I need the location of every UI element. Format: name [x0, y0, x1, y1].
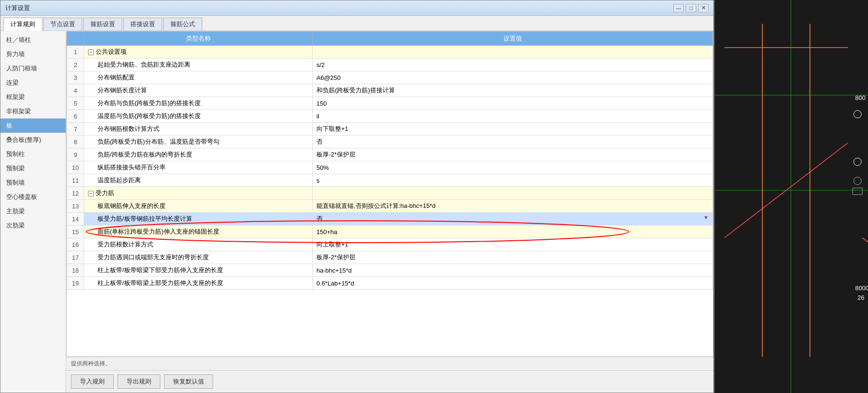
row-value: 和负筋(跨板受力筋)搭接计算 — [313, 84, 713, 97]
table-row: 13板底钢筋伸入支座的长度能直锚就直锚,否则按公式计算:ha-bhc+15*d — [67, 200, 713, 213]
row-value: 150 — [313, 97, 713, 110]
row-name: 分布钢筋配置 — [84, 71, 313, 84]
sidebar: 柱／墙柱 剪力墙 人防门框墙 连梁 框架梁 非框架梁 板 叠合板(整厚) 预制柱… — [0, 31, 66, 393]
import-button[interactable]: 导入规则 — [71, 374, 114, 389]
col-value-header: 设置值 — [313, 32, 713, 46]
sidebar-item-main-beam[interactable]: 主肋梁 — [0, 204, 66, 218]
row-value: A6@250 — [313, 71, 713, 84]
table-row: 17受力筋遇洞口或端部无支座时的弯折长度板厚-2*保护层 — [67, 251, 713, 264]
row-value: 向下取整+1 — [313, 123, 713, 136]
row-value: ll — [313, 110, 713, 123]
tab-stirrup-settings[interactable]: 箍筋设置 — [83, 18, 122, 30]
svg-text:26: 26 — [858, 294, 864, 301]
tab-stirrup-formula[interactable]: 箍筋公式 — [163, 18, 202, 30]
close-button[interactable]: ✕ — [698, 4, 709, 12]
row-number: 8 — [67, 136, 84, 148]
svg-point-7 — [854, 158, 861, 166]
sidebar-item-coupling-beam[interactable]: 连梁 — [0, 76, 66, 90]
row-number: 3 — [67, 71, 84, 84]
sidebar-item-col-wall[interactable]: 柱／墙柱 — [0, 33, 66, 47]
maximize-button[interactable]: □ — [686, 4, 696, 12]
table-row: 15面筋(单标注跨板受力筋)伸入支座的锚固长度150+ha — [67, 226, 713, 238]
row-name: 负筋/跨板受力筋在板内的弯折长度 — [84, 148, 313, 161]
table-row: 18柱上板带/板带暗梁下部受力筋伸入支座的长度ha-bhc+15*d — [67, 264, 713, 277]
row-number: 19 — [67, 277, 84, 290]
sidebar-item-precast-beam[interactable]: 预制梁 — [0, 161, 66, 176]
tab-bar: 计算规则 节点设置 箍筋设置 搭接设置 箍筋公式 — [0, 16, 713, 31]
table-row: 9负筋/跨板受力筋在板内的弯折长度板厚-2*保护层 — [67, 148, 713, 161]
row-name: 起始受力钢筋、负筋距支座边距离 — [84, 59, 313, 71]
sidebar-item-secondary-beam[interactable]: 次肋梁 — [0, 218, 66, 233]
main-window: 计算设置 — □ ✕ 计算规则 节点设置 箍筋设置 搭接设置 箍筋公式 柱／墙柱… — [0, 0, 714, 393]
tab-lap-settings[interactable]: 搭接设置 — [123, 18, 162, 30]
row-number: 12 — [67, 187, 84, 200]
sidebar-item-hollow-slab[interactable]: 空心楼盖板 — [0, 190, 66, 204]
minimize-button[interactable]: — — [673, 4, 684, 12]
title-bar: 计算设置 — □ ✕ — [0, 0, 713, 16]
row-number: 9 — [67, 148, 84, 161]
settings-table-container: 类型名称 设置值 1−公共设置项2起始受力钢筋、负筋距支座边距离s/23分布钢筋… — [66, 31, 713, 357]
row-name: 受力筋遇洞口或端部无支座时的弯折长度 — [84, 251, 313, 264]
row-name: 温度筋起步距离 — [84, 174, 313, 187]
row-value: 向上取整+1 — [313, 238, 713, 251]
sidebar-item-slab[interactable]: 板 — [0, 118, 66, 133]
section-collapse-icon[interactable]: − — [88, 49, 94, 55]
svg-text:800: 800 — [855, 94, 866, 101]
row-name: 受力筋根数计算方式 — [84, 238, 313, 251]
svg-point-6 — [854, 110, 861, 118]
sidebar-item-composite-slab[interactable]: 叠合板(整厚) — [0, 133, 66, 147]
svg-text:8000: 8000 — [855, 285, 868, 292]
main-content: 类型名称 设置值 1−公共设置项2起始受力钢筋、负筋距支座边距离s/23分布钢筋… — [66, 31, 713, 393]
table-row: 19柱上板带/板带暗梁上部受力筋伸入支座的长度0.6*Lab+15*d — [67, 277, 713, 290]
sidebar-item-precast-wall[interactable]: 预制墙 — [0, 176, 66, 190]
row-name: 分布钢筋根数计算方式 — [84, 123, 313, 136]
row-name: 纵筋搭接接头错开百分率 — [84, 161, 313, 174]
sidebar-item-non-frame-beam[interactable]: 非框架梁 — [0, 104, 66, 118]
row-number: 1 — [67, 46, 84, 59]
row-name: 温度筋与负筋(跨板受力筋)的搭接长度 — [84, 110, 313, 123]
row-value: 0.6*Lab+15*d — [313, 277, 713, 290]
section-collapse-icon[interactable]: − — [88, 191, 94, 196]
row-number: 17 — [67, 251, 84, 264]
content-area: 柱／墙柱 剪力墙 人防门框墙 连梁 框架梁 非框架梁 板 叠合板(整厚) 预制柱… — [0, 31, 713, 393]
col-name-header: 类型名称 — [84, 32, 313, 46]
tab-calc-rules[interactable]: 计算规则 — [3, 18, 42, 31]
row-value: 150+ha — [313, 226, 713, 238]
table-row: 6温度筋与负筋(跨板受力筋)的搭接长度ll — [67, 110, 713, 123]
sidebar-item-shear-wall[interactable]: 剪力墙 — [0, 47, 66, 61]
table-row: 10纵筋搭接接头错开百分率50% — [67, 161, 713, 174]
row-name: 板受力筋/板带钢筋拉平均长度计算 — [84, 213, 313, 226]
table-row[interactable]: 14板受力筋/板带钢筋拉平均长度计算否 ▼ — [67, 213, 713, 226]
row-name: 面筋(单标注跨板受力筋)伸入支座的锚固长度 — [84, 226, 313, 238]
tab-node-settings[interactable]: 节点设置 — [43, 18, 82, 30]
row-number: 5 — [67, 97, 84, 110]
table-row: 1−公共设置项 — [67, 46, 713, 59]
table-row: 12−受力筋 — [67, 187, 713, 200]
row-name: 柱上板带/板带暗梁上部受力筋伸入支座的长度 — [84, 277, 313, 290]
row-name: −公共设置项 — [84, 46, 313, 59]
sidebar-item-precast-col[interactable]: 预制柱 — [0, 147, 66, 161]
table-row: 2起始受力钢筋、负筋距支座边距离s/2 — [67, 59, 713, 71]
row-name: 分布钢筋长度计算 — [84, 84, 313, 97]
row-value — [313, 187, 713, 200]
export-button[interactable]: 导出规则 — [118, 374, 160, 389]
row-number: 11 — [67, 174, 84, 187]
window-controls: — □ ✕ — [673, 4, 709, 12]
table-row: 5分布筋与负筋(跨板受力筋)的搭接长度150 — [67, 97, 713, 110]
row-number: 13 — [67, 200, 84, 213]
row-value — [313, 46, 713, 59]
svg-rect-9 — [853, 188, 862, 195]
row-name: 负筋(跨板受力筋)分布筋、温度筋是否带弯勾 — [84, 136, 313, 148]
row-value: 板厚-2*保护层 — [313, 251, 713, 264]
bottom-buttons: 导入规则 导出规则 恢复默认值 — [66, 370, 713, 393]
row-name: 柱上板带/板带暗梁下部受力筋伸入支座的长度 — [84, 264, 313, 277]
sidebar-item-frame-beam[interactable]: 框架梁 — [0, 90, 66, 104]
row-number: 14 — [67, 213, 84, 226]
sidebar-item-civil-defense[interactable]: 人防门框墙 — [0, 61, 66, 76]
settings-table: 类型名称 设置值 1−公共设置项2起始受力钢筋、负筋距支座边距离s/23分布钢筋… — [67, 31, 713, 290]
svg-line-14 — [862, 238, 868, 243]
restore-button[interactable]: 恢复默认值 — [164, 374, 213, 389]
table-row: 3分布钢筋配置A6@250 — [67, 71, 713, 84]
table-row: 4分布钢筋长度计算和负筋(跨板受力筋)搭接计算 — [67, 84, 713, 97]
row-value[interactable]: 否 ▼ — [313, 213, 713, 226]
